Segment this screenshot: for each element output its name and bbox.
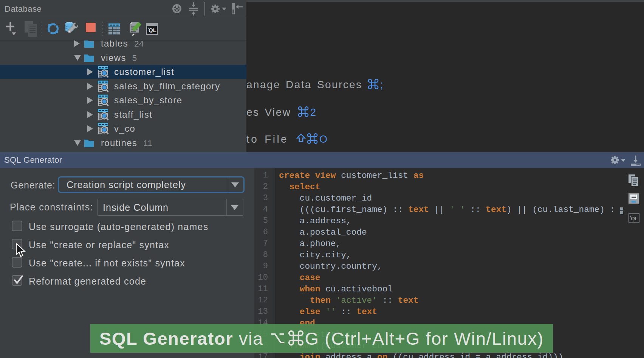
svg-text:QL: QL [631,216,638,221]
svg-text:QL: QL [149,27,156,33]
